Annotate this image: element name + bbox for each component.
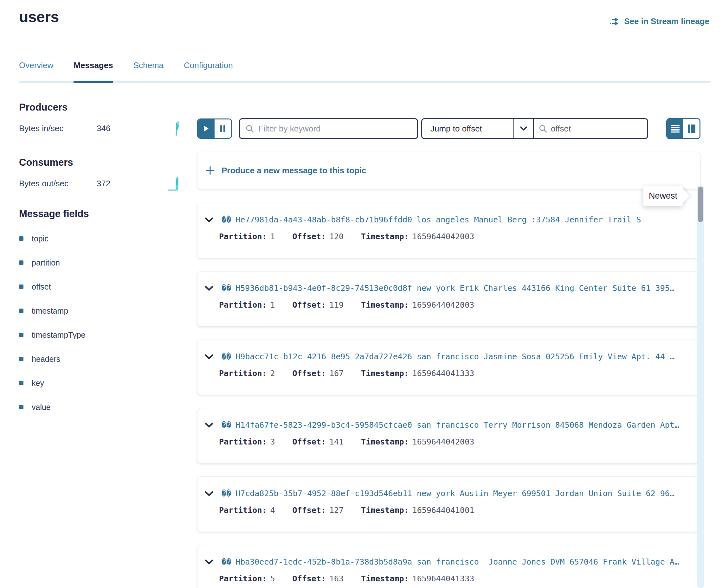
message-key: �� [222,352,231,361]
toolbar: Jump to offset [197,118,700,139]
partition-field: Partition:1 [219,300,275,310]
field-item-headers[interactable]: headers [19,354,180,364]
expand-chevron-icon[interactable] [205,286,213,291]
message-value-preview: Hba30eed7-1edc-452b-8b1a-738d3b5d8a9a sa… [235,557,679,566]
expand-chevron-icon[interactable] [205,423,213,428]
partition-field: Partition:5 [219,574,275,583]
timestamp-field: Timestamp:1659644041333 [361,574,474,583]
pause-button[interactable] [214,120,231,138]
topic-page: users See in Stream lineage Overview Mes… [0,0,722,588]
bytes-out-label: Bytes out/sec [19,179,97,189]
bullet-icon [19,357,23,361]
message-fields-list: topic partition offset timestamp timesta… [19,234,180,412]
partition-field: Partition:4 [219,506,275,515]
search-icon [246,125,254,133]
search-icon [539,125,547,133]
field-item-value[interactable]: value [19,402,180,412]
offset-field: Offset:119 [292,300,344,310]
filter-field [239,118,418,139]
offset-field [533,119,647,138]
message-row[interactable]: �� H9bacc71c-b12c-4216-8e95-2a7da727e426… [197,340,700,395]
page-header: users See in Stream lineage [0,0,722,26]
scrollbar-thumb[interactable] [698,187,703,222]
message-key: �� [222,420,231,429]
timestamp-field: Timestamp:1659644041333 [361,369,474,378]
page-title: users [19,8,59,26]
pause-icon [220,125,226,132]
expand-chevron-icon[interactable] [205,560,213,565]
plus-icon [205,165,215,175]
bytes-out-sparkline [167,175,180,191]
play-button[interactable] [198,120,214,138]
expand-chevron-icon[interactable] [205,217,213,223]
tab-schema[interactable]: Schema [133,61,164,81]
consumers-heading: Consumers [19,156,180,169]
bytes-in-value: 346 [97,124,110,133]
field-item-key[interactable]: key [19,378,180,388]
tab-overview[interactable]: Overview [19,61,53,81]
message-row[interactable]: �� He77981da-4a43-48ab-b8f8-cb71b96ffdd0… [197,203,700,258]
jump-to-offset-select[interactable]: Jump to offset [422,119,513,138]
expand-chevron-icon[interactable] [205,354,213,359]
bullet-icon [19,236,23,241]
partition-field: Partition:1 [219,232,275,241]
chevron-down-icon[interactable] [513,119,533,138]
expand-chevron-icon[interactable] [205,491,213,496]
message-row[interactable]: �� H5936db81-b943-4e0f-8c29-74513e0c0d8f… [197,271,700,327]
message-list: �� He77981da-4a43-48ab-b8f8-cb71b96ffdd0… [197,203,700,588]
partition-field: Partition:3 [219,437,275,446]
message-value-preview: He77981da-4a43-48ab-b8f8-cb71b96ffdd0 lo… [235,215,641,224]
message-key: �� [222,557,231,566]
bytes-in-label: Bytes in/sec [19,124,97,133]
bytes-in-metric: Bytes in/sec 346 [19,123,180,134]
message-row[interactable]: �� Hba30eed7-1edc-452b-8b1a-738d3b5d8a9a… [197,545,700,588]
list-view-icon [671,125,680,133]
field-item-partition[interactable]: partition [19,258,180,267]
bullet-icon [19,405,23,409]
offset-field: Offset:120 [292,232,344,241]
offset-field: Offset:167 [292,369,344,378]
message-value-preview: H7cda825b-35b7-4952-88ef-c193d546eb11 ne… [235,489,675,498]
play-icon [204,125,209,132]
list-view-button[interactable] [667,119,683,138]
filter-input[interactable] [258,124,411,134]
partition-field: Partition:2 [219,369,275,378]
bullet-icon [19,285,23,289]
tab-configuration[interactable]: Configuration [184,61,233,81]
sidebar: Producers Bytes in/sec 346 Consumers Byt… [0,101,180,588]
content: Producers Bytes in/sec 346 Consumers Byt… [0,101,722,588]
bullet-icon [19,333,23,337]
message-value-preview: H5936db81-b943-4e0f-8c29-74513e0c0d8f ne… [235,284,675,293]
message-fields-heading: Message fields [19,208,180,220]
column-view-button[interactable] [683,119,700,138]
lineage-arrows-icon [610,17,620,26]
produce-message-button[interactable]: Produce a new message to this topic [197,152,700,189]
message-value-preview: H14fa67fe-5823-4299-b3c4-595845cfcae0 sa… [235,420,679,429]
message-value-preview: H9bacc71c-b12c-4216-8e95-2a7da727e426 sa… [235,352,675,361]
stream-lineage-link[interactable]: See in Stream lineage [610,17,709,26]
tab-messages[interactable]: Messages [74,61,113,81]
timestamp-field: Timestamp:1659644042003 [361,232,474,241]
message-row[interactable]: �� H7cda825b-35b7-4952-88ef-c193d546eb11… [197,477,700,532]
produce-message-label: Produce a new message to this topic [222,166,366,175]
timestamp-field: Timestamp:1659644042003 [361,300,474,310]
message-row[interactable]: �� H14fa67fe-5823-4299-b3c4-595845cfcae0… [197,408,700,463]
offset-field: Offset:141 [292,437,344,446]
jump-to-offset-group: Jump to offset [421,118,648,139]
bullet-icon [19,381,23,385]
lineage-link-label: See in Stream lineage [624,17,709,26]
column-view-icon [687,124,696,133]
offset-field: Offset:163 [292,574,344,583]
newest-tooltip: Newest [643,186,683,206]
scrollbar-track[interactable] [697,185,704,588]
main-panel: Jump to offset [180,101,722,588]
field-item-offset[interactable]: offset [19,282,180,292]
producers-heading: Producers [19,101,180,113]
offset-input[interactable] [551,124,642,134]
field-item-topic[interactable]: topic [19,234,180,243]
field-item-timestampType[interactable]: timestampType [19,330,180,340]
field-item-timestamp[interactable]: timestamp [19,306,180,316]
view-toggle [666,118,700,139]
play-pause-control [197,119,232,139]
bytes-out-value: 372 [97,179,110,189]
